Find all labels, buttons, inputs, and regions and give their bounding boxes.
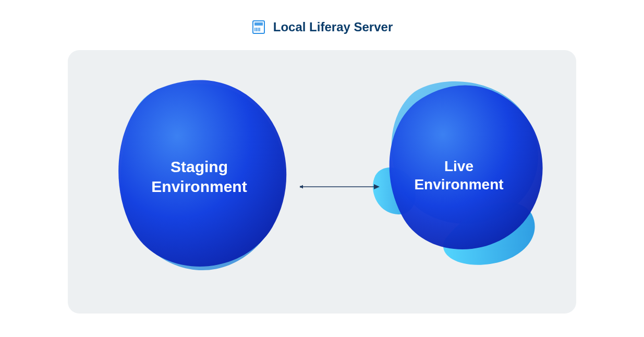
diagram-title: Local Liferay Server xyxy=(273,20,393,34)
node-staging-label-line2: Environment xyxy=(151,178,247,195)
svg-marker-7 xyxy=(374,184,380,189)
node-live-label-line2: Environment xyxy=(414,176,503,192)
svg-rect-9 xyxy=(300,186,303,188)
arrow-staging-to-live xyxy=(300,183,381,189)
server-icon xyxy=(251,20,266,34)
node-staging-label-line1: Staging xyxy=(171,158,228,175)
node-live-label: Live Environment xyxy=(391,157,527,194)
node-live-label-line1: Live xyxy=(444,158,473,174)
node-staging-label: Staging Environment xyxy=(131,157,267,196)
diagram-panel: Staging Environment Live Environment xyxy=(68,50,576,314)
diagram-title-row: Local Liferay Server xyxy=(251,20,393,34)
svg-rect-1 xyxy=(254,22,263,26)
